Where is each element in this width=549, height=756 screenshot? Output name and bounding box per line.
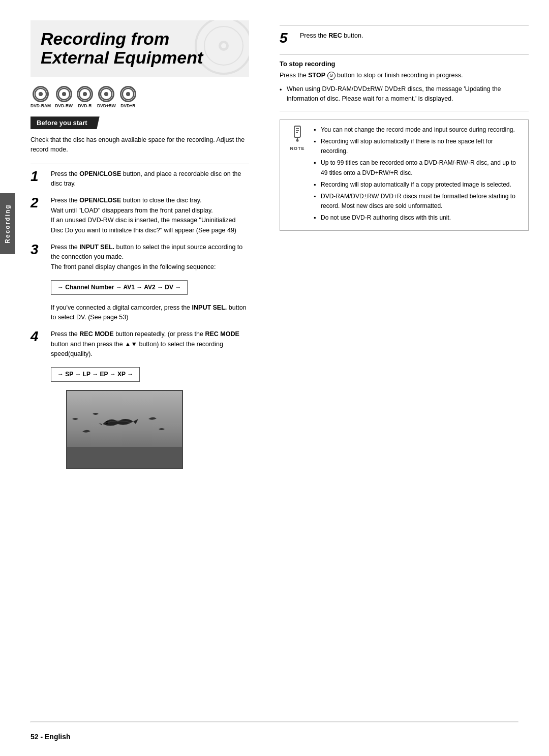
svg-rect-24 xyxy=(296,130,299,131)
svg-rect-22 xyxy=(294,126,300,137)
svg-rect-20 xyxy=(67,447,183,469)
step-3-bold: INPUT SEL. xyxy=(79,244,114,251)
step-1-number: 1 xyxy=(30,169,47,184)
disc-icon-dvd-ram: DVD-RAM xyxy=(30,86,51,108)
note-pencil-icon xyxy=(290,125,304,145)
step-2: 2 Press the OPEN/CLOSE button to close t… xyxy=(30,196,249,235)
page-number-row: 52 - English xyxy=(0,733,549,741)
to-stop-heading: To stop recording xyxy=(280,60,529,68)
note-icon-col: NOTE xyxy=(287,125,308,151)
stop-bullet: • When using DVD-RAM/DVD±RW/ DVD±R discs… xyxy=(280,84,529,104)
disc-icon-dvdplus-rw: DVD+RW xyxy=(97,86,116,108)
note-items: ▪ You can not change the record mode and… xyxy=(314,125,521,225)
sidebar-text: Recording xyxy=(4,204,11,243)
svg-rect-25 xyxy=(296,132,298,133)
svg-point-8 xyxy=(62,92,66,96)
page-title: Recording from External Equipment xyxy=(41,29,239,68)
svg-point-4 xyxy=(35,88,46,100)
disc-icon-dvd-rw: DVD-RW xyxy=(55,86,73,108)
stop-bold: STOP xyxy=(308,72,325,79)
step-3-bold2: INPUT SEL. xyxy=(192,304,227,311)
note-item-1: ▪ You can not change the record mode and… xyxy=(314,125,521,135)
note-item-3: ▪ Up to 99 titles can be recorded onto a… xyxy=(314,158,521,177)
step-4-bold1: REC MODE xyxy=(79,330,113,338)
note-item-4: ▪ Recording will stop automatically if a… xyxy=(314,180,521,190)
stop-icon: ⊙ xyxy=(327,72,336,80)
step-3-number: 3 xyxy=(30,243,47,257)
svg-point-16 xyxy=(123,88,134,100)
divider-after-step5 xyxy=(280,54,529,55)
step-4-content: Press the REC MODE button repeatedly, (o… xyxy=(51,329,249,473)
svg-point-9 xyxy=(63,93,65,95)
note-item-2: ▪ Recording will stop automatically if t… xyxy=(314,137,521,156)
svg-rect-23 xyxy=(296,128,299,129)
svg-point-13 xyxy=(101,88,112,100)
step-1-bold: OPEN/CLOSE xyxy=(79,170,121,177)
step-4-number: 4 xyxy=(30,329,47,344)
stop-bullet-text: When using DVD-RAM/DVD±RW/ DVD±R discs, … xyxy=(287,84,529,104)
bottom-divider xyxy=(30,721,518,722)
right-top-divider xyxy=(280,25,529,26)
step-1: 1 Press the OPEN/CLOSE button, and place… xyxy=(30,169,249,189)
birds-scene xyxy=(67,391,183,469)
step-3: 3 Press the INPUT SEL. button to select … xyxy=(30,243,249,322)
svg-point-15 xyxy=(106,93,108,95)
title-block: Recording from External Equipment xyxy=(30,20,249,77)
step-2-bold: OPEN/CLOSE xyxy=(79,197,121,204)
note-item-5: ▪ DVD-RAM/DVD±RW/ DVD+R discs must be fo… xyxy=(314,192,521,211)
step-5: 5 Press the REC button. xyxy=(280,31,529,45)
svg-point-17 xyxy=(126,92,130,96)
divider-after-before xyxy=(30,164,249,164)
step-5-content: Press the REC button. xyxy=(300,31,363,41)
step-5-bold: REC xyxy=(328,32,342,39)
channel-sequence-box: → Channel Number → AV1 → AV2 → DV → xyxy=(51,280,188,295)
svg-point-5 xyxy=(39,92,42,96)
stop-text: Press the STOP ⊙ button to stop or finis… xyxy=(280,71,529,80)
step-2-number: 2 xyxy=(30,196,47,210)
svg-point-7 xyxy=(58,88,69,100)
divider-after-stop xyxy=(280,111,529,111)
note-label: NOTE xyxy=(290,146,304,151)
step-4: 4 Press the REC MODE button repeatedly, … xyxy=(30,329,249,473)
mode-sequence-box: → SP → LP → EP → XP → xyxy=(51,367,140,382)
disc-icons-row: DVD-RAM DVD-RW xyxy=(30,86,249,108)
svg-point-11 xyxy=(83,92,86,96)
svg-point-18 xyxy=(127,93,129,95)
step-5-number: 5 xyxy=(280,31,296,45)
step-3-content: Press the INPUT SEL. button to select th… xyxy=(51,243,249,322)
before-you-start-text: Check that the disc has enough available… xyxy=(30,135,249,155)
before-you-start-heading: Before you start xyxy=(30,116,100,129)
record-mode-screenshot: Record Mode XP (01:11) ♦ xyxy=(66,390,183,469)
svg-point-6 xyxy=(40,93,42,95)
to-stop-section: To stop recording Press the STOP ⊙ butto… xyxy=(280,60,529,104)
note-box: NOTE ▪ You can not change the record mod… xyxy=(280,119,529,231)
step-2-content: Press the OPEN/CLOSE button to close the… xyxy=(51,196,249,235)
page-number: 52 - English xyxy=(30,733,71,741)
recording-sidebar-label: Recording xyxy=(0,193,15,254)
step-4-bold2: REC MODE xyxy=(205,330,239,338)
step-1-content: Press the OPEN/CLOSE button, and place a… xyxy=(51,169,249,189)
note-item-6: ▪ Do not use DVD-R authoring discs with … xyxy=(314,213,521,223)
disc-icon-dvd-r: DVD-R xyxy=(77,86,93,108)
svg-point-12 xyxy=(84,93,86,95)
svg-point-14 xyxy=(105,92,108,96)
svg-point-10 xyxy=(79,88,90,100)
disc-icon-dvdplus-r: DVD+R xyxy=(120,86,136,108)
